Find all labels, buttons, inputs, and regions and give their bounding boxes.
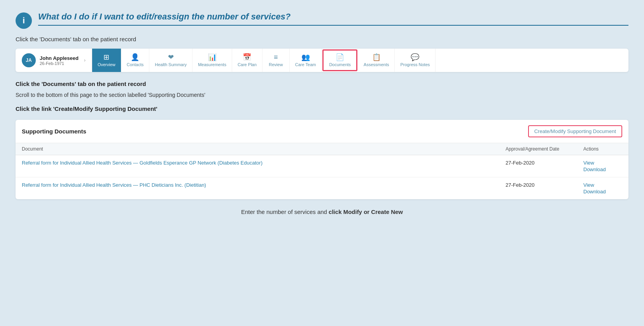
instruction-step2-normal: Scroll to the bottom of this page to the…	[16, 91, 628, 99]
info-header: i What do I do if I want to edit/reassig…	[16, 12, 628, 29]
supporting-docs-title: Supporting Documents	[22, 128, 86, 135]
footer-text-bold: click Modify or Create New	[329, 209, 403, 215]
step1-description: Click the 'Documents' tab on the patient…	[16, 36, 628, 42]
patient-nav-bar: JA John Appleseed 26-Feb-1971 › ⊞Overvie…	[16, 49, 628, 72]
tab-overview[interactable]: ⊞Overview	[92, 49, 121, 72]
tab-progress-notes[interactable]: 💬Progress Notes	[395, 49, 436, 72]
view-link-1[interactable]: View	[583, 182, 622, 188]
care-team-icon: 👥	[301, 54, 310, 61]
avatar: JA	[22, 53, 36, 67]
documents-icon: 📄	[336, 54, 344, 61]
tab-contacts[interactable]: 👤Contacts	[121, 49, 149, 72]
actions-cell-1: ViewDownload	[583, 182, 622, 195]
health-summary-icon: ❤	[168, 54, 174, 61]
approval-date-0: 27-Feb-2020	[506, 160, 583, 166]
info-icon: i	[16, 12, 32, 29]
overview-icon: ⊞	[103, 54, 109, 61]
instructions-section: Click the 'Documents' tab on the patient…	[16, 81, 628, 112]
tab-health-summary[interactable]: ❤Health Summary	[149, 49, 192, 72]
contacts-label: Contacts	[127, 62, 144, 67]
assessments-label: Assessments	[364, 62, 389, 67]
supporting-docs-header: Supporting Documents Create/Modify Suppo…	[16, 120, 628, 143]
col-actions: Actions	[583, 146, 622, 152]
download-link-0[interactable]: Download	[583, 167, 622, 172]
care-plan-icon: 📅	[243, 54, 251, 61]
patient-name: John Appleseed	[40, 55, 79, 61]
patient-info[interactable]: JA John Appleseed 26-Feb-1971 ›	[16, 49, 92, 72]
download-link-1[interactable]: Download	[583, 189, 622, 195]
tab-assessments[interactable]: 📋Assessments	[358, 49, 395, 72]
progress-notes-label: Progress Notes	[400, 62, 430, 67]
instruction-step3-bold: Click the link 'Create/Modify Supporting…	[16, 105, 628, 112]
patient-name-block: John Appleseed 26-Feb-1971	[40, 55, 79, 66]
tab-documents[interactable]: 📄Documents	[322, 49, 357, 71]
care-team-label: Care Team	[295, 62, 316, 67]
instruction-step2-bold: Click the 'Documents' tab on the patient…	[16, 81, 628, 87]
documents-label: Documents	[329, 62, 351, 67]
progress-notes-icon: 💬	[411, 54, 419, 61]
contacts-icon: 👤	[131, 54, 139, 61]
footer-text-normal: Enter the number of services and	[241, 209, 329, 215]
measurements-icon: 📊	[208, 54, 217, 61]
actions-cell-0: ViewDownload	[583, 160, 622, 172]
doc-rows-container: Referral form for Individual Allied Heal…	[16, 155, 628, 199]
tab-care-team[interactable]: 👥Care Team	[290, 49, 322, 72]
tab-measurements[interactable]: 📊Measurements	[192, 49, 232, 72]
col-document: Document	[22, 146, 506, 152]
tab-review[interactable]: ≡Review	[262, 49, 290, 72]
nav-tabs: ⊞Overview👤Contacts❤Health Summary📊Measur…	[92, 49, 628, 72]
measurements-label: Measurements	[198, 62, 226, 67]
doc-link-0[interactable]: Referral form for Individual Allied Heal…	[22, 160, 506, 166]
review-icon: ≡	[274, 54, 278, 61]
approval-date-1: 27-Feb-2020	[506, 182, 583, 188]
overview-label: Overview	[98, 62, 116, 67]
health-summary-label: Health Summary	[155, 62, 187, 67]
patient-dob: 26-Feb-1971	[40, 61, 79, 66]
chevron-right-icon: ›	[84, 58, 86, 63]
footer-instruction: Enter the number of services and click M…	[16, 209, 628, 215]
care-plan-label: Care Plan	[238, 62, 257, 67]
table-header: Document Approval/Agreement Date Actions	[16, 143, 628, 155]
supporting-docs-section: Supporting Documents Create/Modify Suppo…	[16, 120, 628, 199]
page-title: What do I do if I want to edit/reassign …	[38, 12, 628, 26]
col-approval-date: Approval/Agreement Date	[506, 146, 583, 152]
review-label: Review	[269, 62, 283, 67]
doc-link-1[interactable]: Referral form for Individual Allied Heal…	[22, 182, 506, 188]
assessments-icon: 📋	[372, 54, 381, 61]
create-modify-button[interactable]: Create/Modify Supporting Document	[528, 125, 622, 137]
view-link-0[interactable]: View	[583, 160, 622, 166]
table-row: Referral form for Individual Allied Heal…	[16, 177, 628, 199]
tab-care-plan[interactable]: 📅Care Plan	[232, 49, 262, 72]
table-row: Referral form for Individual Allied Heal…	[16, 155, 628, 177]
